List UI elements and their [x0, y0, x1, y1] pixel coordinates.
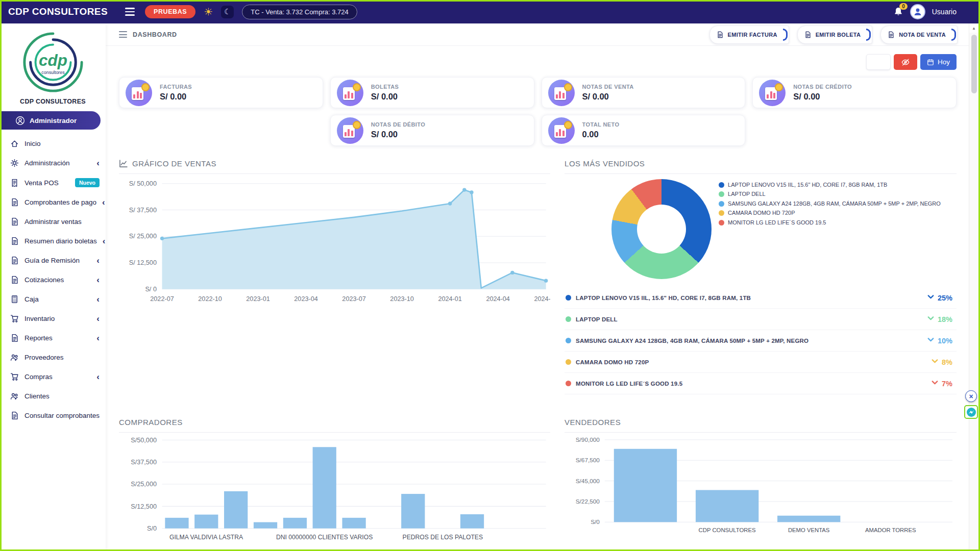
svg-text:2022-07: 2022-07: [150, 295, 174, 303]
sidebar-item-inicio[interactable]: Inicio: [0, 136, 106, 152]
chevron-left-icon: ‹: [96, 278, 100, 283]
svg-text:S/25,000: S/25,000: [131, 481, 157, 488]
notifications-button[interactable]: 0: [893, 7, 903, 17]
sidebar-item-guia-de-remision[interactable]: Guía de Remisión‹: [0, 253, 106, 268]
sidebar-item-venta-pos[interactable]: Venta POSNuevo: [0, 174, 106, 191]
top-products-donut-chart: [611, 179, 712, 279]
sidebar-item-label: Cotizaciones: [24, 276, 64, 284]
environment-badge[interactable]: PRUEBAS: [145, 5, 195, 18]
legend-item: CAMARA DOMO HD 720P: [719, 209, 957, 217]
chevron-left-icon: ‹: [96, 374, 100, 380]
cart-icon: [10, 314, 19, 323]
header-actions: EMITIR FACTURAEMITIR BOLETANOTA DE VENTA: [709, 26, 958, 44]
file-icon: [10, 256, 19, 265]
legend-item: LAPTOP DELL: [719, 190, 957, 198]
chevron-down-icon: [926, 292, 935, 303]
sidebar-item-cotizaciones[interactable]: Cotizaciones‹: [0, 272, 106, 288]
svg-text:S/45,000: S/45,000: [576, 478, 600, 485]
sidebar-item-label: Clientes: [24, 392, 50, 400]
sidebar-item-administrador[interactable]: Administrador: [0, 111, 101, 130]
file-icon: [10, 217, 19, 226]
chat-widget-button[interactable]: [964, 405, 978, 419]
svg-text:CDP CONSULTORES: CDP CONSULTORES: [699, 527, 756, 533]
top-product-row: LAPTOP LENOVO V15 IIL, 15.6" HD, CORE I7…: [565, 287, 957, 309]
svg-text:DNI 00000000 CLIENTES VARIOS: DNI 00000000 CLIENTES VARIOS: [276, 534, 373, 541]
sales-document-icon: [337, 80, 363, 106]
sidebar-item-compras[interactable]: Compras‹: [0, 369, 106, 385]
sales-chart-header: GRÁFICO DE VENTAS: [119, 159, 550, 168]
chevron-left-icon: ‹: [96, 336, 100, 341]
product-percent: 10%: [938, 337, 952, 345]
sidebar-item-label: Proveedores: [24, 354, 64, 361]
stat-card-notas-de-debito: NOTAS DE DÉBITOS/ 0.00: [330, 115, 534, 146]
sidebar-item-administrar-ventas[interactable]: Administrar ventas: [0, 214, 106, 230]
sales-chart-title: GRÁFICO DE VENTAS: [132, 159, 216, 168]
scrollbar-thumb[interactable]: [971, 35, 977, 93]
stat-card-total-neto: TOTAL NETO0.00: [542, 115, 746, 146]
legend-color-dot: [719, 220, 724, 226]
light-theme-icon[interactable]: ☀: [204, 6, 213, 18]
menu-icon[interactable]: [119, 31, 127, 38]
stat-card-notas-de-venta: NOTAS DE VENTAS/ 0.00: [542, 77, 746, 108]
svg-text:GILMA VALDIVIA LASTRA: GILMA VALDIVIA LASTRA: [169, 534, 243, 541]
calendar-icon: [927, 59, 934, 66]
sidebar-item-caja[interactable]: Caja‹: [0, 291, 106, 307]
emitir-factura-button[interactable]: EMITIR FACTURA: [709, 26, 789, 44]
scroll-up-arrow[interactable]: ▲: [969, 23, 978, 33]
topbar-right: 0 Usuario: [893, 4, 972, 19]
breadcrumb-bar: DASHBOARD EMITIR FACTURAEMITIR BOLETANOT…: [106, 23, 980, 46]
legend-label: SAMSUNG GALAXY A24 128GB, 4GB RAM, CÁMAR…: [728, 200, 941, 208]
sidebar-item-consultar-comprobantes[interactable]: Consultar comprobantes: [0, 408, 106, 423]
sidebar-item-inventario[interactable]: Inventario‹: [0, 311, 106, 327]
chat-widget-close-button[interactable]: ×: [965, 390, 977, 402]
svg-text:2022-10: 2022-10: [198, 295, 222, 303]
role-label: Administrador: [30, 117, 77, 124]
svg-text:2023-01: 2023-01: [246, 295, 270, 303]
sidebar-item-proveedores[interactable]: Proveedores: [0, 349, 106, 365]
chevron-down-icon: [930, 378, 939, 389]
today-button[interactable]: Hoy: [920, 54, 957, 70]
stat-value: 0.00: [582, 130, 620, 139]
chat-icon: [966, 407, 976, 417]
chevron-left-icon: ‹: [96, 316, 100, 321]
nota-de-venta-button[interactable]: NOTA DE VENTA: [880, 26, 958, 44]
svg-text:S/ 50,000: S/ 50,000: [129, 180, 157, 187]
svg-text:2023-10: 2023-10: [390, 295, 413, 303]
user-circle-icon: [15, 116, 25, 126]
sidebar-item-clientes[interactable]: Clientes: [0, 388, 106, 404]
gear-icon: [10, 159, 19, 167]
sidebar-item-administracion[interactable]: Administración‹: [0, 155, 106, 171]
legend-color-dot: [719, 210, 724, 216]
sellers-header: VENDEDORES: [565, 418, 957, 427]
exchange-rate-pill: TC - Venta: 3.732 Compra: 3.724: [242, 5, 357, 19]
sidebar-item-label: Venta POS: [24, 179, 59, 187]
sidebar-item-reportes[interactable]: Reportes‹: [0, 330, 106, 346]
notification-count-badge: 0: [899, 3, 908, 10]
emitir-boleta-button[interactable]: EMITIR BOLETA: [797, 26, 873, 44]
arrow-accent: [866, 29, 871, 41]
company-logo: cdp consultores: [0, 30, 106, 95]
chat-widget: ×: [964, 390, 978, 419]
chart-line-icon: [119, 159, 128, 168]
user-avatar[interactable]: [910, 4, 925, 19]
sidebar-toggle-button[interactable]: [123, 6, 137, 17]
dark-theme-icon[interactable]: ☾: [221, 6, 234, 18]
cdp-logo-icon: cdp consultores: [20, 30, 86, 95]
stat-card-facturas: FACTURASS/ 0.00: [119, 77, 323, 108]
top-product-row: MONITOR LG LED LIFE´S GOOD 19.57%: [565, 373, 957, 394]
hide-amounts-button[interactable]: [894, 54, 917, 70]
sidebar-item-comprobantes-de-pago[interactable]: Comprobantes de pago‹: [0, 194, 106, 210]
svg-text:S/0: S/0: [147, 525, 157, 532]
stat-value: S/ 0.00: [371, 92, 399, 102]
invoice-icon: [10, 179, 19, 187]
stat-label: FACTURAS: [160, 84, 192, 90]
date-display[interactable]: [866, 54, 891, 70]
stat-value: S/ 0.00: [793, 92, 852, 102]
sidebar-item-resumen-diario-boletas[interactable]: Resumen diario boletas‹: [0, 233, 106, 249]
file-icon: [10, 237, 19, 245]
username[interactable]: Usuario: [932, 8, 957, 16]
stat-card-notas-de-credito: NOTAS DE CRÉDITOS/ 0.00: [752, 77, 957, 108]
scrollbar[interactable]: ▲: [969, 23, 978, 549]
chevron-down-icon: [930, 357, 939, 367]
coin-icon: [353, 121, 361, 129]
